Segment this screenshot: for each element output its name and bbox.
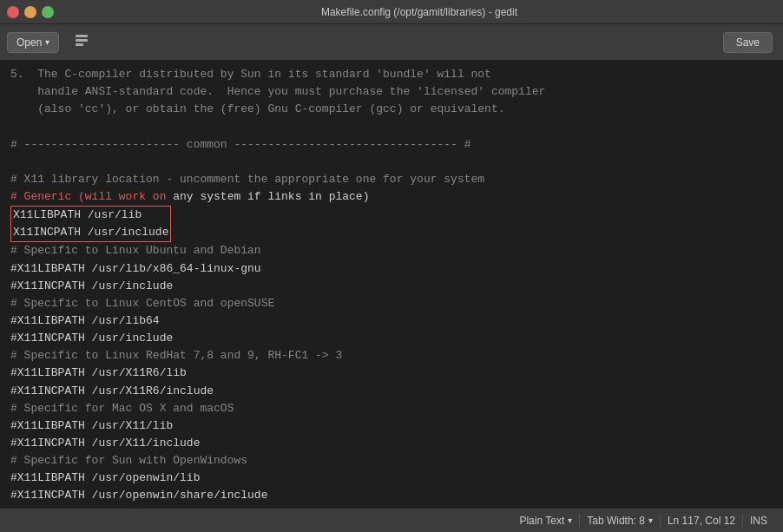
tab-width-selector[interactable]: Tab Width: 8 ▾ [580, 515, 661, 527]
recent-files-button[interactable] [66, 29, 97, 56]
window-controls [7, 6, 54, 18]
minimize-button[interactable] [24, 6, 36, 18]
generic-comment: # Generic (will work on [10, 190, 166, 203]
status-right-section: Plain Text ▾ Tab Width: 8 ▾ Ln 117, Col … [512, 515, 774, 527]
redhat-incpath: #X11INCPATH /usr/X11R6/include [10, 384, 214, 397]
window-title: Makefile.config (/opt/gamit/libraries) -… [63, 6, 776, 18]
cursor-position: Ln 117, Col 12 [661, 515, 743, 527]
common-section: # ----------------------- common -------… [10, 138, 471, 151]
svg-rect-1 [76, 39, 88, 42]
x11-comment: # X11 library location - uncomment the a… [10, 173, 484, 186]
generic-comment-2: any system if links in place) [166, 190, 369, 203]
tab-width-dropdown-icon[interactable]: ▾ [648, 516, 653, 525]
centos-libpath: #X11LIBPATH /usr/lib64 [10, 314, 160, 327]
open-label: Open [16, 36, 42, 49]
title-bar: Makefile.config (/opt/gamit/libraries) -… [0, 0, 783, 24]
ubuntu-comment: # Specific to Linux Ubuntu and Debian [10, 244, 261, 257]
redhat-comment: # Specific to Linux RedHat 7,8 and 9, RH… [10, 349, 342, 362]
statusbar: Plain Text ▾ Tab Width: 8 ▾ Ln 117, Col … [0, 508, 783, 532]
plain-text-label: Plain Text [519, 515, 564, 527]
save-button[interactable]: Save [723, 32, 773, 53]
ubuntu-incpath: #X11INCPATH /usr/include [10, 279, 173, 292]
sun-comment: # Specific for Sun with OpenWindows [10, 454, 247, 467]
open-dropdown-icon[interactable]: ▾ [45, 37, 49, 47]
centos-incpath: #X11INCPATH /usr/include [10, 332, 173, 345]
tab-width-label: Tab Width: 8 [587, 515, 645, 527]
open-button[interactable]: Open ▾ [7, 32, 59, 53]
plain-text-selector[interactable]: Plain Text ▾ [512, 515, 580, 527]
ubuntu-libpath: #X11LIBPATH /usr/lib/x86_64-linux-gnu [10, 262, 261, 275]
code-content: 5. The C-compiler distributed by Sun in … [10, 66, 773, 508]
mac-comment: # Specific for Mac OS X and macOS [10, 402, 234, 415]
svg-rect-2 [76, 43, 83, 46]
ins-mode: INS [743, 515, 774, 527]
sun-incpath: #X11INCPATH /usr/openwin/share/include [10, 489, 267, 502]
redhat-libpath: #X11LIBPATH /usr/X11R6/lib [10, 366, 187, 379]
sun-libpath: #X11LIBPATH /usr/openwin/lib [10, 471, 200, 484]
toolbar: Open ▾ Save [0, 24, 783, 61]
close-button[interactable] [7, 6, 19, 18]
centos-comment: # Specific to Linux CentOS and openSUSE [10, 297, 274, 310]
boxed-lines: X11LIBPATH /usr/lib X11INCPATH /usr/incl… [10, 206, 171, 242]
solaris-comment: # Specific for PC Solaris 10 [10, 507, 200, 508]
mac-libpath: #X11LIBPATH /usr/X11/lib [10, 419, 173, 432]
plain-text-dropdown-icon[interactable]: ▾ [568, 516, 572, 525]
mac-incpath: #X11INCPATH /usr/X11/include [10, 437, 200, 450]
maximize-button[interactable] [42, 6, 54, 18]
line-1: 5. The C-compiler distributed by Sun in … [10, 68, 545, 115]
editor-area[interactable]: 5. The C-compiler distributed by Sun in … [0, 61, 783, 508]
svg-rect-0 [76, 35, 88, 37]
position-label: Ln 117, Col 12 [668, 515, 735, 527]
